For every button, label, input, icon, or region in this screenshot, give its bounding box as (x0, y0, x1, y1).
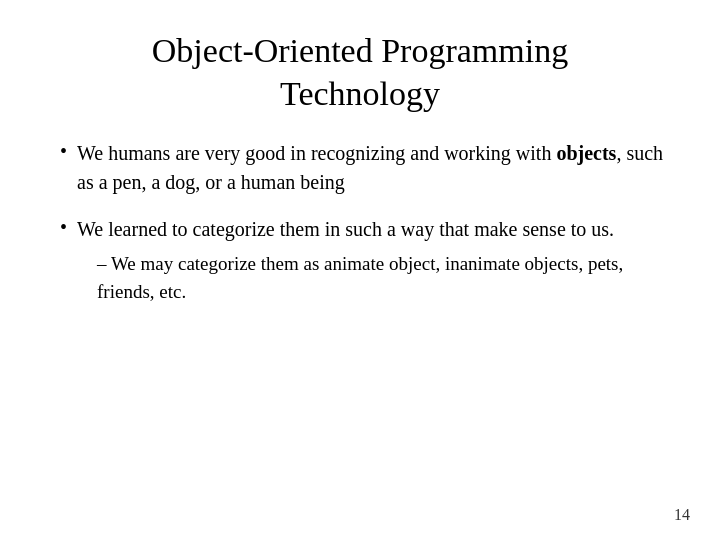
bullet-item-2: • We learned to categorize them in such … (60, 215, 670, 305)
bullet-content-2: We learned to categorize them in such a … (77, 215, 670, 305)
bullet-1-bold: objects (556, 142, 616, 164)
title-line2: Technology (280, 75, 440, 112)
slide-title: Object-Oriented Programming Technology (50, 30, 670, 115)
title-line1: Object-Oriented Programming (152, 32, 568, 69)
bullet-item-1: • We humans are very good in recognizing… (60, 139, 670, 197)
bullet-text-2: We learned to categorize them in such a … (77, 218, 614, 240)
bullet-1-text-before: We humans are very good in recognizing a… (77, 142, 556, 164)
sub-bullet-text-1: – We may categorize them as animate obje… (97, 250, 670, 305)
page-number: 14 (674, 506, 690, 524)
bullet-symbol-2: • (60, 216, 67, 239)
content-area: • We humans are very good in recognizing… (50, 139, 670, 510)
title-area: Object-Oriented Programming Technology (50, 30, 670, 115)
bullet-symbol-1: • (60, 140, 67, 163)
sub-bullet-item-1: – We may categorize them as animate obje… (97, 250, 670, 305)
slide-container: Object-Oriented Programming Technology •… (0, 0, 720, 540)
bullet-text-1: We humans are very good in recognizing a… (77, 139, 670, 197)
